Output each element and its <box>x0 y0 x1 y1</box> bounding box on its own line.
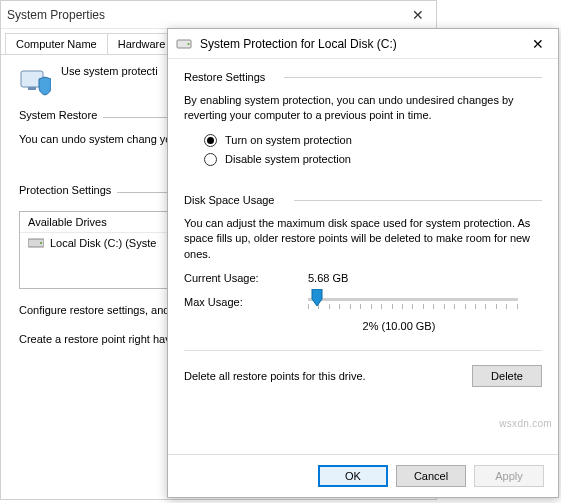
close-icon[interactable]: ✕ <box>526 36 550 52</box>
radio-icon <box>204 134 217 147</box>
sysprops-intro: Use system protecti <box>61 65 158 77</box>
section-disk-usage: Disk Space Usage <box>184 194 542 206</box>
max-usage-row: Max Usage: <box>184 292 542 312</box>
shield-monitor-icon <box>19 65 51 97</box>
radio-turn-on[interactable]: Turn on system protection <box>204 134 542 147</box>
group-legend-protect: Protection Settings <box>19 184 117 196</box>
delete-text: Delete all restore points for this drive… <box>184 370 366 382</box>
drive-item-label: Local Disk (C:) (Syste <box>50 237 156 249</box>
drive-icon <box>176 36 192 52</box>
current-usage-row: Current Usage: 5.68 GB <box>184 272 542 284</box>
apply-button[interactable]: Apply <box>474 465 544 487</box>
protect-content: Restore Settings By enabling system prot… <box>168 59 558 454</box>
section-restore-settings: Restore Settings <box>184 71 542 83</box>
svg-point-3 <box>40 242 42 244</box>
ok-button[interactable]: OK <box>318 465 388 487</box>
slider-thumb-icon[interactable] <box>310 289 324 307</box>
current-usage-label: Current Usage: <box>184 272 284 284</box>
system-protection-dialog: System Protection for Local Disk (C:) ✕ … <box>167 28 559 498</box>
svg-point-5 <box>188 43 190 45</box>
sysprops-titlebar: System Properties ✕ <box>1 1 436 29</box>
delete-button[interactable]: Delete <box>472 365 542 387</box>
group-legend-restore: System Restore <box>19 109 103 121</box>
drive-icon <box>28 237 44 249</box>
svg-rect-1 <box>28 87 36 90</box>
radio-on-label: Turn on system protection <box>225 134 352 146</box>
current-usage-value: 5.68 GB <box>308 272 348 284</box>
radio-disable[interactable]: Disable system protection <box>204 153 542 166</box>
dialog-footer: OK Cancel Apply <box>168 454 558 497</box>
sysprops-title: System Properties <box>7 8 105 22</box>
close-icon[interactable]: ✕ <box>406 7 430 23</box>
max-usage-slider[interactable] <box>308 292 518 312</box>
radio-icon <box>204 153 217 166</box>
max-usage-label: Max Usage: <box>184 296 284 308</box>
protect-titlebar: System Protection for Local Disk (C:) ✕ <box>168 29 558 59</box>
max-usage-value: 2% (10.00 GB) <box>294 320 504 332</box>
protect-title: System Protection for Local Disk (C:) <box>200 37 397 51</box>
radio-off-label: Disable system protection <box>225 153 351 165</box>
delete-row: Delete all restore points for this drive… <box>184 350 542 387</box>
tab-computer-name[interactable]: Computer Name <box>5 33 108 54</box>
cancel-button[interactable]: Cancel <box>396 465 466 487</box>
tab-hardware[interactable]: Hardware <box>107 33 177 54</box>
disk-usage-text: You can adjust the maximum disk space us… <box>184 216 542 262</box>
restore-settings-text: By enabling system protection, you can u… <box>184 93 542 124</box>
